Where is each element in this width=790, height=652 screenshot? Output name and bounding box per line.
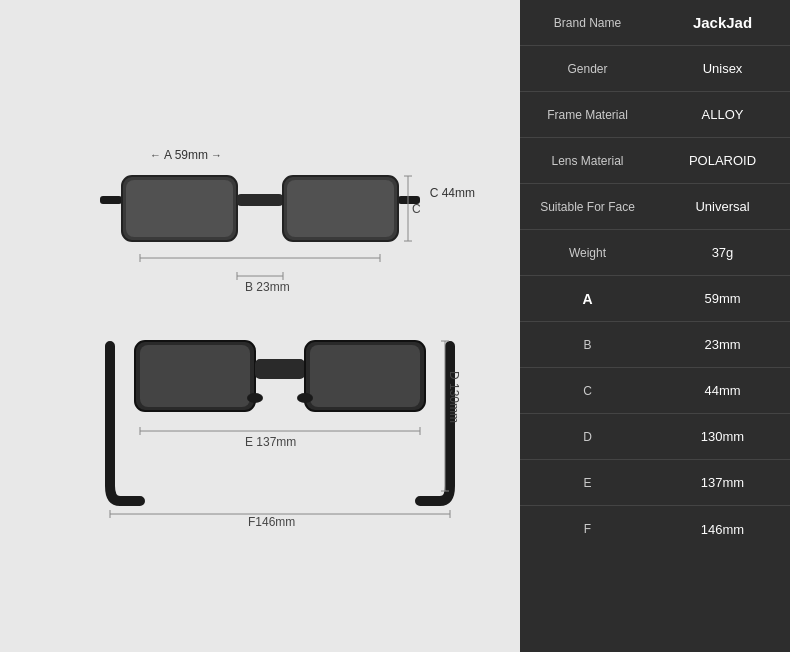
lens-material-key: Lens Material [520,146,655,176]
dim-e-val: 137mm [655,467,790,498]
svg-point-23 [247,393,263,403]
spec-row-suitable-face: Suitable For Face Universal [520,184,790,230]
glasses-top-svg: B 23mm C 44mm [100,166,420,296]
svg-rect-6 [287,180,394,237]
weight-val: 37g [655,237,790,268]
spec-row-dim-a: A 59mm [520,276,790,322]
dim-b-val: 23mm [655,329,790,360]
spec-row-lens-material: Lens Material POLAROID [520,138,790,184]
svg-text:E 137mm: E 137mm [245,435,296,449]
svg-text:B 23mm: B 23mm [245,280,290,294]
svg-text:F146mm: F146mm [248,515,295,526]
glasses-bottom-svg: E 137mm F146mm D 130mm [100,326,460,526]
spec-row-dim-b: B 23mm [520,322,790,368]
svg-rect-20 [255,359,305,379]
brand-name-key: Brand Name [520,8,655,38]
weight-key: Weight [520,238,655,268]
dim-c-label: C 44mm [430,186,475,200]
svg-rect-19 [140,345,250,407]
dim-a-key: A [520,283,655,315]
suitable-face-key: Suitable For Face [520,192,655,222]
dim-a-label: ← A 59mm → [150,148,222,162]
dim-d-key: D [520,422,655,452]
gender-key: Gender [520,54,655,84]
dim-b-key: B [520,330,655,360]
frame-material-key: Frame Material [520,100,655,130]
spec-row-dim-e: E 137mm [520,460,790,506]
brand-name-val: JackJad [655,6,790,39]
dim-e-key: E [520,468,655,498]
glasses-top-view: ← A 59mm → C 44mm [100,166,420,296]
specs-panel: Brand Name JackJad Gender Unisex Frame M… [520,0,790,652]
spec-row-gender: Gender Unisex [520,46,790,92]
svg-rect-0 [100,196,122,204]
svg-rect-4 [237,194,283,206]
dim-f-key: F [520,514,655,544]
svg-point-24 [297,393,313,403]
diagram-panel: ← A 59mm → C 44mm [0,0,520,652]
lens-material-val: POLAROID [655,145,790,176]
svg-rect-22 [310,345,420,407]
spec-row-frame-material: Frame Material ALLOY [520,92,790,138]
dim-a-val: 59mm [655,283,790,314]
dim-c-key: C [520,376,655,406]
frame-material-val: ALLOY [655,99,790,130]
spec-row-dim-c: C 44mm [520,368,790,414]
svg-rect-3 [126,180,233,237]
svg-text:C 44mm: C 44mm [412,202,420,216]
dim-f-val: 146mm [655,514,790,545]
spec-row-dim-f: F 146mm [520,506,790,552]
dim-c-val: 44mm [655,375,790,406]
spec-table: Brand Name JackJad Gender Unisex Frame M… [520,0,790,652]
diagram-container: ← A 59mm → C 44mm [20,126,500,526]
glasses-bottom-view: E 137mm F146mm D 130mm [100,326,420,506]
spec-row-weight: Weight 37g [520,230,790,276]
gender-val: Unisex [655,53,790,84]
suitable-face-val: Universal [655,191,790,222]
dim-d-val: 130mm [655,421,790,452]
spec-row-dim-d: D 130mm [520,414,790,460]
spec-row-brand: Brand Name JackJad [520,0,790,46]
svg-text:D 130mm: D 130mm [447,371,460,423]
